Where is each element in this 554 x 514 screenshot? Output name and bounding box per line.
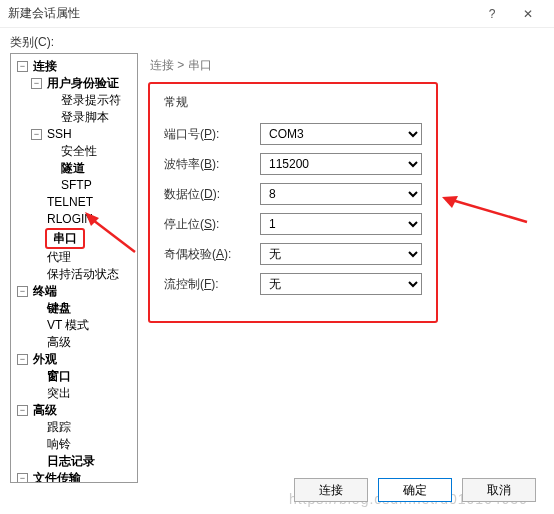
tree-ssh-sftp[interactable]: SFTP xyxy=(59,177,94,194)
tree-log[interactable]: 日志记录 xyxy=(45,453,97,470)
port-select[interactable]: COM3 xyxy=(260,123,422,145)
ok-button[interactable]: 确定 xyxy=(378,478,452,502)
tree-rlogin[interactable]: RLOGIN xyxy=(45,211,95,228)
tree-bell[interactable]: 响铃 xyxy=(45,436,73,453)
tree-login-script[interactable]: 登录脚本 xyxy=(59,109,111,126)
tree-login-prompt[interactable]: 登录提示符 xyxy=(59,92,123,109)
tree-highlight[interactable]: 突出 xyxy=(45,385,73,402)
serial-settings-panel: 常规 端口号(P): COM3 波特率(B): 115200 数据位(D): 8… xyxy=(148,82,438,323)
tree-terminal-advanced[interactable]: 高级 xyxy=(45,334,73,351)
tree-terminal[interactable]: 终端 xyxy=(31,283,59,300)
window-title: 新建会话属性 xyxy=(8,5,474,22)
collapse-icon[interactable]: − xyxy=(17,354,28,365)
collapse-icon[interactable]: − xyxy=(31,129,42,140)
connect-button[interactable]: 连接 xyxy=(294,478,368,502)
parity-label: 奇偶校验(A): xyxy=(164,246,260,263)
databits-label: 数据位(D): xyxy=(164,186,260,203)
category-tree[interactable]: −连接 −用户身份验证 登录提示符 登录脚本 −SSH 安全性 隧道 SFTP … xyxy=(10,53,138,483)
tree-window[interactable]: 窗口 xyxy=(45,368,73,385)
tree-keyboard[interactable]: 键盘 xyxy=(45,300,73,317)
tree-advanced[interactable]: 高级 xyxy=(31,402,59,419)
tree-ssh-tunnel[interactable]: 隧道 xyxy=(59,160,87,177)
tree-telnet[interactable]: TELNET xyxy=(45,194,95,211)
collapse-icon[interactable]: − xyxy=(17,61,28,72)
tree-ssh-security[interactable]: 安全性 xyxy=(59,143,99,160)
collapse-icon[interactable]: − xyxy=(17,286,28,297)
tree-connection[interactable]: 连接 xyxy=(31,58,59,75)
help-button[interactable]: ? xyxy=(474,0,510,28)
close-button[interactable]: ✕ xyxy=(510,0,546,28)
port-label: 端口号(P): xyxy=(164,126,260,143)
cancel-button[interactable]: 取消 xyxy=(462,478,536,502)
baud-label: 波特率(B): xyxy=(164,156,260,173)
collapse-icon[interactable]: − xyxy=(17,473,28,483)
category-label: 类别(C): xyxy=(0,28,554,53)
breadcrumb: 连接 > 串口 xyxy=(148,53,544,82)
tree-ssh[interactable]: SSH xyxy=(45,126,74,143)
stopbits-label: 停止位(S): xyxy=(164,216,260,233)
collapse-icon[interactable]: − xyxy=(17,405,28,416)
flowctrl-label: 流控制(F): xyxy=(164,276,260,293)
tree-appearance[interactable]: 外观 xyxy=(31,351,59,368)
tree-trace[interactable]: 跟踪 xyxy=(45,419,73,436)
tree-keepalive[interactable]: 保持活动状态 xyxy=(45,266,121,283)
stopbits-select[interactable]: 1 xyxy=(260,213,422,235)
parity-select[interactable]: 无 xyxy=(260,243,422,265)
tree-proxy[interactable]: 代理 xyxy=(45,249,73,266)
section-title: 常规 xyxy=(164,94,422,111)
baud-select[interactable]: 115200 xyxy=(260,153,422,175)
databits-select[interactable]: 8 xyxy=(260,183,422,205)
collapse-icon[interactable]: − xyxy=(31,78,42,89)
flowctrl-select[interactable]: 无 xyxy=(260,273,422,295)
tree-filetransfer[interactable]: 文件传输 xyxy=(31,470,83,483)
tree-auth[interactable]: 用户身份验证 xyxy=(45,75,121,92)
tree-serial[interactable]: 串口 xyxy=(51,231,79,245)
tree-vt-mode[interactable]: VT 模式 xyxy=(45,317,91,334)
